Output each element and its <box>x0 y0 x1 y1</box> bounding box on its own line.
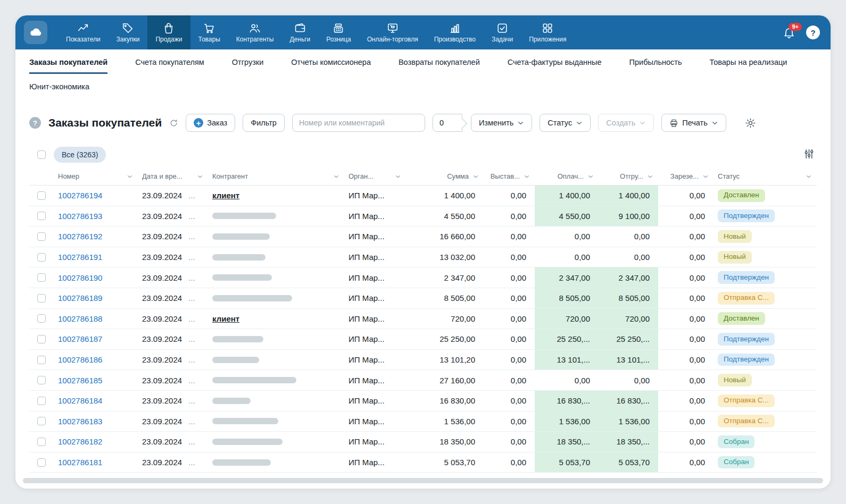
change-dropdown[interactable]: Изменить <box>471 114 532 132</box>
tab-active[interactable]: Заказы покупателей <box>29 58 107 74</box>
table-row[interactable]: 100278619123.09.2024...ИП Мар...13 032,0… <box>29 247 817 268</box>
table-row[interactable]: 100278618323.09.2024...ИП Мар...1 536,00… <box>29 411 817 432</box>
contact-link[interactable]: клиент <box>212 191 239 200</box>
nav-item-sales[interactable]: Продажи <box>147 15 190 49</box>
contact-link[interactable]: клиент <box>212 314 239 323</box>
nav-item-money[interactable]: Деньги <box>281 15 318 49</box>
status-dropdown[interactable]: Статус <box>540 114 591 132</box>
row-checkbox[interactable] <box>37 376 46 384</box>
select-all-pill[interactable]: Все (3263) <box>54 147 106 163</box>
row-checkbox[interactable] <box>37 314 46 323</box>
chevron-down-icon[interactable] <box>805 173 812 180</box>
nav-item-retail[interactable]: Розница <box>318 15 359 49</box>
nav-item-production[interactable]: Производство <box>426 15 484 49</box>
column-header-0[interactable]: Номер <box>54 172 138 180</box>
table-row[interactable]: 100278618423.09.2024...ИП Мар...16 830,0… <box>29 391 817 411</box>
chevron-down-icon[interactable] <box>702 173 709 180</box>
tab-item[interactable]: Счета покупателям <box>135 58 204 74</box>
row-checkbox[interactable] <box>37 335 46 343</box>
order-number-link[interactable]: 1002786194 <box>58 191 102 200</box>
filter-button[interactable]: Фильтр <box>243 114 285 132</box>
table-row[interactable]: 100278618123.09.2024...ИП Мар...5 053,70… <box>29 452 817 473</box>
order-number-link[interactable]: 1002786185 <box>58 376 102 385</box>
table-row[interactable]: 100278618923.09.2024...ИП Мар...8 505,00… <box>29 288 817 309</box>
settings-button[interactable] <box>741 113 760 132</box>
column-header-9[interactable]: Статус <box>714 172 817 180</box>
column-header-5[interactable]: Выстав... <box>484 172 535 180</box>
column-header-3[interactable]: Орган... <box>344 172 406 180</box>
row-checkbox[interactable] <box>37 232 46 241</box>
tab-item[interactable]: Прибыльность <box>629 58 682 74</box>
tab-item[interactable]: Отчеты комиссионера <box>291 58 371 74</box>
table-row[interactable]: 100278619423.09.2024...клиентИП Мар...1 … <box>29 186 817 206</box>
nav-item-counterparties[interactable]: Контрагенты <box>228 15 282 49</box>
row-checkbox[interactable] <box>37 458 46 467</box>
nav-item-online-trade[interactable]: Онлайн-торговля <box>359 15 426 49</box>
help-button[interactable]: ? <box>806 26 820 39</box>
order-number-link[interactable]: 1002786184 <box>58 396 102 405</box>
order-number-link[interactable]: 1002786182 <box>58 437 102 446</box>
table-row[interactable]: 100278618623.09.2024...ИП Мар...13 101,2… <box>29 350 817 371</box>
refresh-icon[interactable] <box>169 119 178 128</box>
order-number-link[interactable]: 1002786188 <box>58 314 102 323</box>
app-logo[interactable] <box>24 21 47 44</box>
column-header-6[interactable]: Оплач... <box>535 172 599 180</box>
order-number-link[interactable]: 1002786187 <box>58 334 102 343</box>
horizontal-scrollbar[interactable] <box>23 478 823 483</box>
table-row[interactable]: 100278619323.09.2024...ИП Мар...4 550,00… <box>29 206 817 227</box>
page-help-icon[interactable]: ? <box>29 117 41 129</box>
table-row[interactable]: 100278619023.09.2024...ИП Мар...2 347,00… <box>29 267 817 288</box>
column-header-2[interactable]: Контрагент <box>208 172 344 180</box>
table-row[interactable]: 100278618823.09.2024...клиентИП Мар...72… <box>29 309 817 330</box>
order-number-link[interactable]: 1002786193 <box>58 212 102 221</box>
tab-item[interactable]: Возвраты покупателей <box>399 58 480 74</box>
column-header-7[interactable]: Отгру... <box>599 172 658 180</box>
nav-item-purchases[interactable]: Закупки <box>109 15 148 49</box>
order-number-link[interactable]: 1002786183 <box>58 417 102 426</box>
chevron-down-icon[interactable] <box>126 173 134 180</box>
table-row[interactable]: 100278619223.09.2024...ИП Мар...16 660,0… <box>29 226 817 247</box>
table-row[interactable]: 100278618523.09.2024...ИП Мар...27 160,0… <box>29 370 817 391</box>
order-number-link[interactable]: 1002786191 <box>58 253 102 262</box>
column-header-8[interactable]: Зарезе... <box>658 172 714 180</box>
create-dropdown[interactable]: Создать <box>598 114 654 132</box>
chevron-down-icon[interactable] <box>394 173 402 180</box>
table-row[interactable]: 100278618723.09.2024...ИП Мар...25 250,0… <box>29 329 817 350</box>
search-input[interactable] <box>292 114 425 132</box>
order-number-link[interactable]: 1002786192 <box>58 232 102 241</box>
row-checkbox[interactable] <box>37 212 46 220</box>
new-order-button[interactable]: + Заказ <box>186 114 235 132</box>
nav-item-goods[interactable]: Товары <box>190 15 228 49</box>
chevron-down-icon[interactable] <box>472 173 479 180</box>
row-checkbox[interactable] <box>37 191 46 200</box>
print-dropdown[interactable]: Печать <box>661 114 726 132</box>
chevron-down-icon[interactable] <box>523 173 530 180</box>
chevron-down-icon[interactable] <box>646 173 654 180</box>
row-checkbox[interactable] <box>37 294 46 303</box>
chevron-down-icon[interactable] <box>333 173 340 180</box>
tab-item[interactable]: Отгрузки <box>232 58 263 74</box>
row-checkbox[interactable] <box>37 273 46 282</box>
column-header-1[interactable]: Дата и вре... <box>138 172 208 180</box>
order-number-link[interactable]: 1002786189 <box>58 293 102 303</box>
notifications-button[interactable]: 9+ <box>783 26 795 39</box>
tab-item[interactable]: Счета-фактуры выданные <box>508 58 602 74</box>
nav-item-tasks[interactable]: Задачи <box>484 15 521 49</box>
row-checkbox[interactable] <box>37 417 46 425</box>
order-number-link[interactable]: 1002786190 <box>58 273 102 282</box>
columns-settings-button[interactable] <box>803 148 815 159</box>
order-number-link[interactable]: 1002786186 <box>58 355 102 364</box>
chevron-down-icon[interactable] <box>587 173 594 180</box>
select-all-checkbox[interactable] <box>37 150 46 159</box>
tab-item[interactable]: Товары на реализаци <box>709 58 787 74</box>
row-checkbox[interactable] <box>37 356 46 364</box>
column-header-4[interactable]: Сумма <box>406 172 484 180</box>
table-row[interactable]: 100278618223.09.2024...ИП Мар...18 350,0… <box>29 432 817 452</box>
row-checkbox[interactable] <box>37 253 46 262</box>
row-checkbox[interactable] <box>37 397 46 405</box>
tab-item[interactable]: Юнит-экономика <box>29 82 89 98</box>
chevron-down-icon[interactable] <box>196 173 204 180</box>
row-checkbox[interactable] <box>37 438 46 446</box>
order-number-link[interactable]: 1002786181 <box>58 458 102 467</box>
nav-item-indicators[interactable]: Показатели <box>58 15 109 49</box>
